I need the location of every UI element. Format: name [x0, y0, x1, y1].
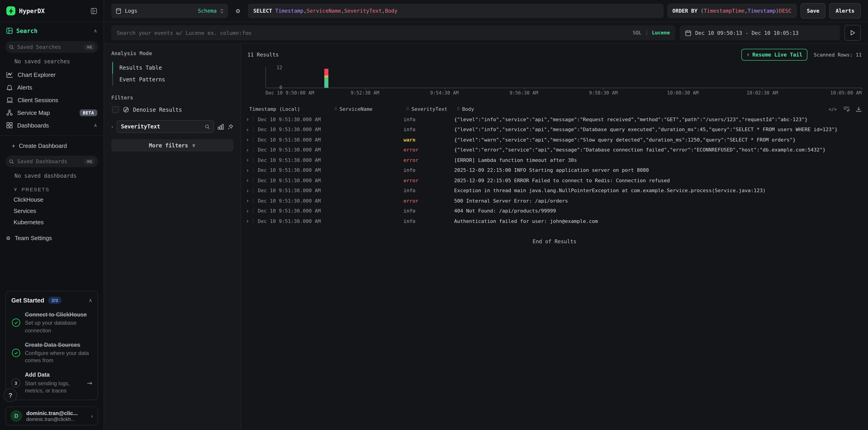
mode-results-table[interactable]: Results Table	[112, 62, 234, 74]
sidebar-item-search[interactable]: Search ∧	[0, 24, 103, 37]
table-row[interactable]: › Dec 10 9:51:30.000 AM error {"level":"…	[241, 145, 868, 155]
cell-timestamp: Dec 10 9:51:30.000 AM	[258, 208, 332, 214]
row-expand-chevron[interactable]: ›	[247, 218, 253, 225]
sidebar-item-service-map[interactable]: Service Map BETA	[0, 106, 103, 119]
get-started-step-datasources[interactable]: Create Data Sources Configure where your…	[11, 341, 92, 364]
row-expand-chevron[interactable]: ›	[247, 208, 253, 214]
order-by-input[interactable]: ORDER BY(TimestampTime, Timestamp) DESC	[667, 4, 797, 18]
row-expand-chevron[interactable]: ›	[247, 127, 253, 133]
row-expand-chevron[interactable]: ›	[247, 167, 253, 174]
get-started-card: Get Started 2/3 ∧ Connect to ClickHouse …	[5, 291, 98, 400]
mode-event-patterns[interactable]: Event Patterns	[112, 74, 234, 86]
sidebar-collapse-icon[interactable]	[90, 7, 97, 14]
chevron-up-icon[interactable]: ∧	[94, 28, 97, 34]
user-profile-card[interactable]: D dominic.tran@clic... dominic.tran@clic…	[5, 406, 98, 426]
sidebar-item-dashboards[interactable]: Dashboards ∧	[0, 119, 103, 132]
row-expand-chevron[interactable]: ›	[247, 157, 253, 163]
service-map-icon	[6, 109, 13, 116]
presets-toggle[interactable]: ∨ PRESETS	[0, 183, 103, 194]
sidebar-item-client-sessions[interactable]: Client Sessions	[0, 94, 103, 106]
cell-timestamp: Dec 10 9:51:30.000 AM	[258, 117, 332, 123]
table-row[interactable]: › Dec 10 9:51:30.000 AM info 2025-12-09 …	[241, 165, 868, 175]
x-tick-label: 9:54:30 AM	[430, 90, 459, 95]
column-header-body[interactable]: ⠿Body	[457, 106, 829, 112]
table-row[interactable]: › Dec 10 9:51:30.000 AM warn {"level":"w…	[241, 135, 868, 145]
row-expand-chevron[interactable]: ›	[247, 177, 253, 184]
play-icon	[850, 30, 855, 36]
table-row[interactable]: › Dec 10 9:51:30.000 AM info Exception i…	[241, 186, 868, 196]
table-row[interactable]: › Dec 10 9:51:30.000 AM error 500 Intern…	[241, 196, 868, 206]
chevron-down-icon: ∨	[13, 186, 18, 192]
preset-services[interactable]: Services	[0, 205, 103, 217]
drag-handle-icon[interactable]: ⠿	[406, 107, 409, 111]
denoise-label: Denoise Results	[133, 106, 182, 113]
more-filters-button[interactable]: More filters ∨	[111, 139, 234, 152]
download-icon[interactable]	[856, 106, 862, 112]
denoise-checkbox[interactable]	[112, 106, 119, 113]
get-started-step-connect[interactable]: Connect to ClickHouse Set up your databa…	[11, 311, 92, 334]
sidebar-item-chart-explorer[interactable]: Chart Explorer	[0, 68, 103, 81]
shortcut-badge: ⌘K	[85, 44, 95, 50]
search-toolbar: Search your events w/ Lucene ex. column:…	[104, 22, 868, 44]
get-started-step-add-data[interactable]: 3 Add Data Start sending logs, metrics, …	[11, 371, 92, 394]
row-expand-chevron[interactable]: ›	[247, 147, 253, 153]
row-expand-chevron[interactable]: ›	[247, 137, 253, 143]
filter-group-severitytext[interactable]: SeverityText	[117, 120, 214, 133]
table-row[interactable]: › Dec 10 9:51:30.000 AM info Authenticat…	[241, 216, 868, 226]
x-axis-labels: Dec 10 9:50:00 AM9:52:30 AM9:54:30 AM9:5…	[266, 90, 862, 97]
table-row[interactable]: › Dec 10 9:51:30.000 AM info {"level":"i…	[241, 114, 868, 125]
histogram-icon[interactable]	[218, 124, 224, 130]
table-row[interactable]: › Dec 10 9:51:30.000 AM error [ERROR] La…	[241, 155, 868, 165]
select-query-input[interactable]: SELECTTimestamp,ServiceName,SeverityText…	[248, 4, 663, 18]
sidebar-item-alerts[interactable]: Alerts	[0, 81, 103, 94]
preset-kubernetes[interactable]: Kubernetes	[0, 217, 103, 228]
denoise-icon	[123, 107, 129, 112]
database-icon	[116, 8, 121, 14]
divider	[0, 135, 103, 136]
check-circle-icon	[11, 349, 20, 357]
chevron-up-icon[interactable]: ∧	[94, 122, 97, 128]
code-view-icon[interactable]: </>	[829, 106, 837, 111]
chevron-up-icon[interactable]: ∧	[89, 297, 92, 303]
mode-sql-toggle[interactable]: SQL	[633, 30, 642, 36]
chart-plot[interactable]: 12 0	[266, 67, 862, 88]
sidebar-item-team-settings[interactable]: ⚙ Team Settings	[0, 228, 103, 241]
column-header-servicename[interactable]: ⠿ServiceName	[334, 106, 406, 112]
pin-icon[interactable]	[227, 124, 234, 130]
table-row[interactable]: › Dec 10 9:51:30.000 AM info {"level":"i…	[241, 125, 868, 135]
beta-badge: BETA	[80, 109, 97, 116]
drag-handle-icon[interactable]: ⠿	[334, 107, 337, 111]
row-expand-chevron[interactable]: ›	[247, 188, 253, 194]
resume-live-tail-button[interactable]: ⚡ Resume Live Tail	[742, 49, 807, 61]
table-row[interactable]: › Dec 10 9:51:30.000 AM info 404 Not Fou…	[241, 206, 868, 216]
end-of-results-text: End of Results	[241, 238, 868, 244]
divider	[253, 208, 253, 214]
mode-lucene-toggle[interactable]: Lucene	[652, 30, 670, 36]
row-expand-chevron[interactable]: ›	[247, 198, 253, 204]
drag-handle-icon[interactable]: ⠿	[457, 107, 460, 111]
saved-dashboards-input[interactable]: Saved Dashboards ⌘K	[5, 156, 98, 167]
chevron-right-icon[interactable]: ›	[111, 124, 113, 130]
help-button[interactable]: ?	[4, 388, 17, 402]
wrap-lines-icon[interactable]	[843, 106, 849, 112]
cell-severitytext: warn	[403, 137, 454, 143]
laptop-icon	[6, 97, 13, 103]
filters-label: Filters	[111, 95, 234, 101]
date-range-picker[interactable]: Dec 10 09:50:13 - Dec 10 10:05:13	[680, 25, 840, 40]
source-settings-button[interactable]: ⚙	[231, 4, 244, 17]
table-row[interactable]: › Dec 10 9:51:30.000 AM error 2025-12-09…	[241, 175, 868, 186]
run-query-button[interactable]	[844, 25, 861, 41]
lucene-search-input[interactable]: Search your events w/ Lucene ex. column:…	[111, 25, 675, 40]
save-button[interactable]: Save	[801, 3, 826, 19]
saved-searches-input[interactable]: Saved Searches ⌘K	[5, 41, 98, 53]
preset-clickhouse[interactable]: ClickHouse	[0, 194, 103, 205]
alerts-button[interactable]: Alerts	[829, 3, 861, 19]
brand-title: HyperDX	[19, 7, 87, 14]
column-header-timestamp[interactable]: Timestamp (Local)	[247, 106, 334, 112]
source-select[interactable]: Logs Schema	[111, 4, 228, 18]
column-header-severitytext[interactable]: ⠿SeverityText	[406, 106, 457, 112]
x-tick-label: 10:00:30 AM	[667, 90, 699, 95]
create-dashboard-button[interactable]: + Create Dashboard	[0, 139, 103, 152]
row-expand-chevron[interactable]: ›	[247, 117, 253, 123]
stacked-bar[interactable]	[324, 69, 329, 88]
